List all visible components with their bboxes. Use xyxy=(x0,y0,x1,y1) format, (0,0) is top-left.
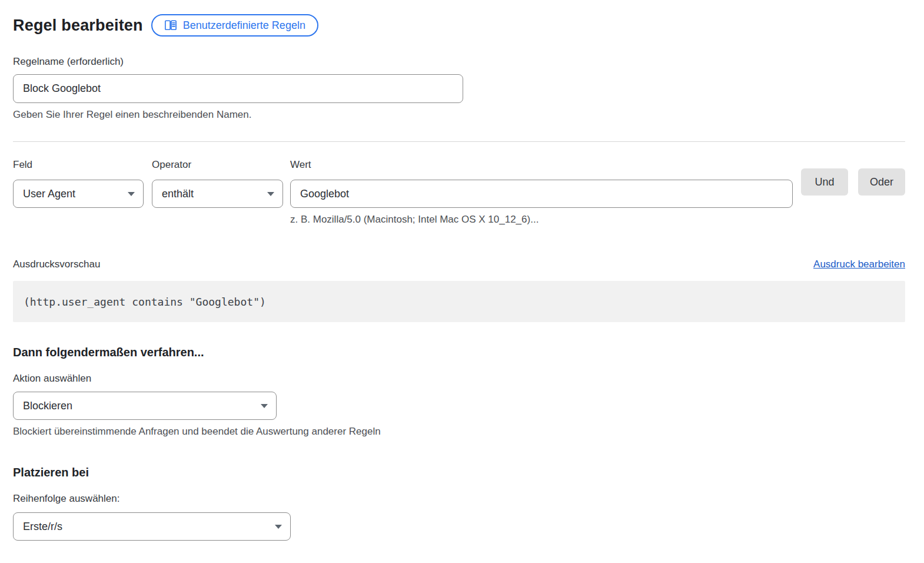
action-select-value: Blockieren xyxy=(23,400,72,412)
page-title: Regel bearbeiten xyxy=(13,16,143,35)
expression-header: Ausdrucksvorschau Ausdruck bearbeiten xyxy=(13,259,905,270)
order-label: Reihenfolge auswählen: xyxy=(13,493,905,505)
or-button[interactable]: Oder xyxy=(858,168,905,196)
operator-label: Operator xyxy=(152,159,283,171)
rule-name-help: Geben Sie Ihrer Regel einen beschreibend… xyxy=(13,109,905,121)
chevron-down-icon xyxy=(128,192,135,196)
value-input[interactable] xyxy=(290,180,793,208)
edit-expression-link[interactable]: Ausdruck bearbeiten xyxy=(813,259,905,270)
custom-rules-docs-label: Benutzerdefinierte Regeln xyxy=(183,19,305,32)
field-column: Feld User Agent xyxy=(13,159,144,208)
field-select[interactable]: User Agent xyxy=(13,180,144,208)
chevron-down-icon xyxy=(267,192,274,196)
rule-name-input[interactable] xyxy=(13,74,463,103)
expression-code: (http.user_agent contains "Googlebot") xyxy=(24,296,266,308)
operator-select-value: enthält xyxy=(162,188,194,200)
expression-preview-box: (http.user_agent contains "Googlebot") xyxy=(13,281,905,322)
field-select-value: User Agent xyxy=(23,188,75,200)
custom-rules-docs-button[interactable]: Benutzerdefinierte Regeln xyxy=(151,14,318,37)
rule-name-label: Regelname (erforderlich) xyxy=(13,56,905,68)
value-label: Wert xyxy=(290,159,793,171)
and-button[interactable]: Und xyxy=(801,168,848,196)
placement-section-heading: Platzieren bei xyxy=(13,466,905,479)
section-divider xyxy=(13,141,905,142)
expression-preview-label: Ausdrucksvorschau xyxy=(13,259,100,270)
action-select[interactable]: Blockieren xyxy=(13,392,277,420)
page-header: Regel bearbeiten Benutzerdefinierte Rege… xyxy=(13,14,905,37)
value-column: Wert z. B. Mozilla/5.0 (Macintosh; Intel… xyxy=(290,159,793,226)
action-section-heading: Dann folgendermaßen verfahren... xyxy=(13,346,905,359)
value-help: z. B. Mozilla/5.0 (Macintosh; Intel Mac … xyxy=(290,214,793,226)
edit-rule-page: Regel bearbeiten Benutzerdefinierte Rege… xyxy=(0,0,915,555)
action-label: Aktion auswählen xyxy=(13,373,905,385)
chevron-down-icon xyxy=(261,404,268,408)
field-label: Feld xyxy=(13,159,144,171)
operator-select[interactable]: enthält xyxy=(152,180,283,208)
order-select[interactable]: Erste/r/s xyxy=(13,512,291,541)
chevron-down-icon xyxy=(275,525,282,529)
open-book-icon xyxy=(164,19,177,31)
action-help: Blockiert übereinstimmende Anfragen und … xyxy=(13,426,905,438)
condition-row: Feld User Agent Operator enthält Wert z.… xyxy=(13,159,905,226)
operator-column: Operator enthält xyxy=(152,159,283,208)
order-select-value: Erste/r/s xyxy=(23,521,62,533)
